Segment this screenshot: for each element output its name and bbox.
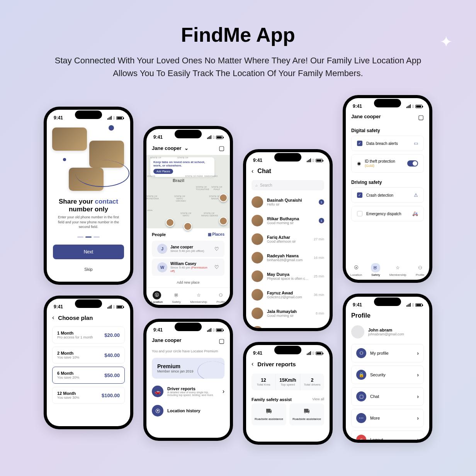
back-icon[interactable]: ‹ — [252, 168, 253, 175]
menu-my-profile[interactable]: ⚇My profile› — [351, 344, 424, 362]
phone-chat: 9:41􀙇 ‹Chat ⌕Search Basinah QuraishiHell… — [243, 149, 333, 331]
section-title: Digital safety — [346, 124, 429, 136]
favorite-icon[interactable]: ♡ — [214, 246, 219, 252]
toggle[interactable] — [407, 160, 418, 167]
add-places-button[interactable]: Add Places — [153, 169, 173, 174]
favorite-icon[interactable]: ♡ — [214, 264, 219, 270]
back-icon[interactable]: ‹ — [252, 360, 253, 367]
section-title: Family safety assist — [252, 397, 292, 402]
chat-row[interactable]: May DunyaPhysical space is often con...2… — [246, 267, 330, 286]
user-name[interactable]: Jane cooper ⌄ — [152, 145, 189, 151]
nav-profile[interactable]: ⚇Profile — [415, 263, 425, 277]
person-row[interactable]: JJane cooperSince 5:40 pm (At office)♡ — [152, 241, 224, 257]
stats-row: 12Total Kms 15Km/hTop speed 2Total drive… — [252, 374, 324, 390]
plan-option[interactable]: 2 MonthYou save 10%$40.00 — [52, 347, 125, 364]
map[interactable]: Keep tabs on loved ones at school, work,… — [146, 155, 230, 228]
chat-icon[interactable]: ▢ — [219, 337, 224, 345]
next-button[interactable]: Next — [53, 245, 124, 259]
nav-location[interactable]: ⦿Location — [350, 263, 362, 277]
people-tab[interactable]: People — [152, 232, 166, 237]
premium-sub: You and your circle have Locatee Premium — [146, 348, 230, 355]
phone-onboarding: 9:41􀙇 Share your contact number only Ent… — [44, 107, 133, 285]
menu-driver-reports[interactable]: 🚗Driver reportsA detailed view of every … — [146, 382, 230, 401]
chat-row[interactable]: Fayruz AwadGckctm12@gmail.com36 min — [246, 286, 330, 304]
pager-dots — [47, 236, 130, 238]
map-tip: Keep tabs on loved ones at school, work,… — [150, 157, 214, 177]
avatar — [351, 325, 364, 338]
chat-row[interactable]: Layth Khalifah27 min — [246, 323, 330, 328]
tow-icon: ⛟ — [292, 408, 321, 415]
phone-driver-reports: 9:41􀙇 ‹Driver reports 12Total Kms 15Km/h… — [243, 342, 333, 445]
lock-icon: 🔒 — [356, 370, 366, 380]
view-all-link[interactable]: View all — [312, 397, 324, 402]
nav-safety[interactable]: ⛨Safety — [172, 291, 181, 304]
crash-icon: ⚠ — [414, 192, 418, 198]
chat-icon[interactable]: ▢ — [418, 114, 424, 121]
checkbox-icon[interactable] — [357, 211, 362, 216]
chevron-right-icon: › — [417, 372, 419, 378]
chat-row[interactable]: Iftikar ButhaynaGood morning sir1 — [246, 211, 330, 230]
car-icon: 🚗 — [152, 386, 163, 397]
plan-option-selected[interactable]: 6 MonthYou save 20%$50.00 — [52, 367, 125, 384]
page-subtitle: Stay Connected With Your Loved Ones No M… — [53, 54, 423, 80]
map-pin-avatar[interactable] — [166, 218, 174, 227]
page-title: FindMe App — [15, 23, 461, 46]
screen-title: Profile — [346, 309, 429, 322]
checkbox-icon[interactable]: ✓ — [357, 192, 362, 198]
menu-more[interactable]: ⋯More› — [351, 409, 424, 427]
user-header: John abramjohnabram@gmail.com — [346, 322, 429, 344]
menu-location-history[interactable]: ⦿Location history — [146, 401, 230, 420]
chat-icon: ▢ — [356, 391, 366, 401]
back-icon[interactable]: ‹ — [52, 314, 54, 321]
safety-row[interactable]: Emergency dispatch🚑 — [351, 206, 424, 221]
add-place-button[interactable]: Add new place — [146, 277, 230, 287]
checkbox-icon[interactable]: ✓ — [357, 141, 362, 146]
screen-title: Choose plan — [58, 314, 93, 321]
chat-icon[interactable]: ▢ — [219, 144, 224, 152]
nav-membership[interactable]: ☆Membership — [190, 291, 207, 304]
map-pin-avatar[interactable] — [184, 222, 192, 231]
phone-choose-plan: 9:41􀙇 ‹Choose plan 1 MonthPro access for… — [44, 296, 133, 429]
menu-logout[interactable]: ⎋Logout› — [351, 430, 424, 440]
chat-row[interactable]: Fariq AzharGood afternoon sir27 min — [246, 230, 330, 248]
fingerprint-icon: ◉ — [357, 161, 361, 166]
phone-location: 9:41􀙇 Jane cooper ⌄▢ Keep tabs on loved … — [143, 126, 233, 308]
map-pin-avatar[interactable] — [219, 194, 228, 202]
chevron-right-icon: › — [417, 415, 419, 421]
skip-button[interactable]: Skip — [47, 263, 130, 275]
location-icon: ⦿ — [152, 405, 163, 416]
nav-location[interactable]: ⦿Location — [151, 291, 163, 304]
menu-chat[interactable]: ▢Chat› — [351, 387, 424, 406]
nav-membership[interactable]: ☆Membership — [389, 263, 406, 277]
tow-icon: ⛟ — [255, 408, 283, 415]
nav-profile[interactable]: ⚇Profile — [216, 291, 225, 304]
assist-card[interactable]: ⛟Roadside assistance — [289, 403, 324, 425]
user-name: Jane cooper — [351, 114, 381, 121]
nav-safety[interactable]: ⛨Safety — [371, 263, 380, 277]
safety-row[interactable]: ◉ID theft protection (Gold) — [351, 154, 424, 173]
chat-row[interactable]: Radeyah Hawrabinhan628@gmail.com16 min — [246, 248, 330, 267]
person-row[interactable]: WWilliam CaseySince 5:40 pm (Permission … — [152, 258, 224, 276]
chevron-right-icon: › — [417, 393, 419, 400]
search-icon: ⌕ — [255, 183, 258, 187]
safety-row[interactable]: ✓Data breach alerts▭ — [351, 136, 424, 151]
map-pin-avatar[interactable] — [219, 217, 228, 225]
section-title: Driving safety — [346, 176, 429, 187]
search-input[interactable]: ⌕Search — [252, 180, 324, 190]
plan-option[interactable]: 12 MonthYou save 30%$100.00 — [52, 387, 125, 404]
more-icon: ⋯ — [356, 413, 366, 423]
screen-title: Chat — [257, 168, 271, 175]
chat-row[interactable]: Basinah QuraishiHello sir1 — [246, 193, 330, 211]
places-tab[interactable]: ▦ Places — [208, 232, 224, 237]
ambulance-icon: 🚑 — [412, 211, 418, 216]
assist-card[interactable]: ⛟Roadside assistance — [252, 403, 286, 425]
menu-security[interactable]: 🔒Security› — [351, 366, 424, 384]
laptop-icon: ▭ — [414, 141, 418, 146]
person-icon: ⚇ — [356, 348, 366, 358]
safety-row[interactable]: ✓Crash detection⚠ — [351, 187, 424, 203]
logout-icon: ⎋ — [356, 435, 366, 440]
chat-row[interactable]: Jala RumaylahGood morning sir8 min — [246, 304, 330, 323]
signal-icon — [107, 116, 112, 120]
plan-option[interactable]: 1 MonthPro access for 1 month$20.00 — [52, 326, 125, 343]
battery-icon — [116, 116, 123, 120]
